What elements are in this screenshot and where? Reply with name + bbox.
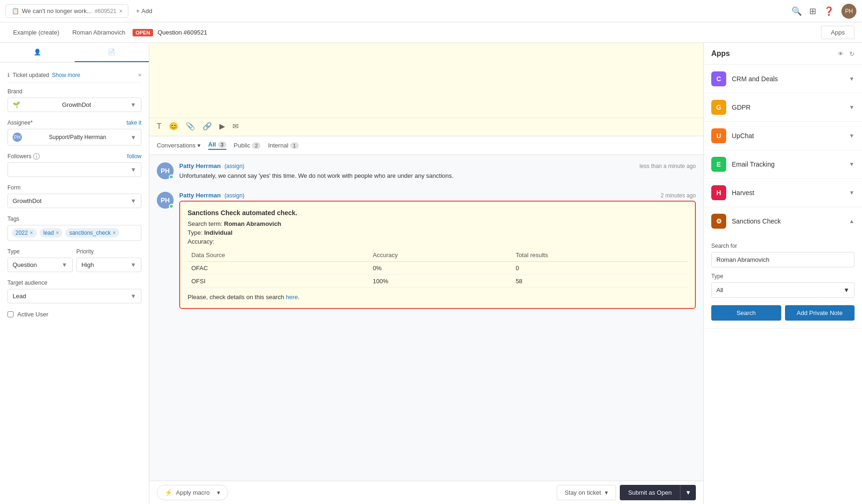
grid-icon[interactable]: ⊞ <box>809 6 816 16</box>
breadcrumb-bar: Example (create) Roman Abramovich OPEN Q… <box>0 22 862 43</box>
brand-icon: 🌱 <box>13 101 20 108</box>
tab-all[interactable]: All 3 <box>208 141 226 150</box>
apps-button[interactable]: Apps <box>821 26 855 39</box>
take-it-link[interactable]: take it <box>126 119 141 126</box>
tag-remove[interactable]: × <box>30 230 33 236</box>
conversations-chevron-icon: ▾ <box>197 142 201 149</box>
refresh-icon[interactable]: ↻ <box>849 50 855 57</box>
active-user-checkbox[interactable] <box>7 311 14 317</box>
tab-close[interactable]: × <box>119 8 122 14</box>
app-gdpr-header[interactable]: G GDPR ▼ <box>704 93 862 121</box>
app-email-tracking: E Email Tracking ▼ <box>704 150 862 179</box>
panel-header-icons: 👁 ↻ <box>838 50 855 57</box>
chevron-down-icon: ▼ <box>130 261 136 268</box>
online-indicator <box>169 204 174 209</box>
top-right-icons: 🔍 ⊞ ❓ PH <box>792 4 856 19</box>
message-body: Patty Herrman (assign) 2 minutes ago San… <box>179 192 696 309</box>
app-upchat: U UpChat ▼ <box>704 122 862 150</box>
assign-link[interactable]: (assign) <box>224 163 245 169</box>
app-upchat-header[interactable]: U UpChat ▼ <box>704 122 862 150</box>
search-for-label: Search for <box>711 243 855 249</box>
app-sanctions-check: ⚙ Sanctions Check ▲ Search for Type All … <box>704 207 862 329</box>
tag-remove[interactable]: × <box>112 230 116 236</box>
sanctions-search-button[interactable]: Search <box>711 305 781 321</box>
sidebar-tab-user[interactable]: 👤 <box>0 43 75 62</box>
follow-link[interactable]: follow <box>127 153 141 160</box>
followers-label: Followers i follow <box>7 153 141 160</box>
app-crm-deals-header[interactable]: C CRM and Deals ▼ <box>704 65 862 93</box>
here-link[interactable]: here <box>286 294 298 301</box>
conversations-dropdown[interactable]: Conversations ▾ <box>157 142 201 149</box>
sidebar-tab-ticket[interactable]: 📄 <box>75 43 149 62</box>
sanctions-panel-actions: Search Add Private Note <box>711 305 855 321</box>
target-audience-select[interactable]: Lead ▼ <box>7 289 141 303</box>
tags-label: Tags <box>7 216 141 222</box>
user-icon: 👤 <box>34 49 41 56</box>
type-value: Question <box>13 261 37 268</box>
attachment-icon[interactable]: 📎 <box>186 122 195 131</box>
sanctions-search-input[interactable] <box>711 252 855 267</box>
assignee-field: Assignee* take it PH Support/Patty Herrm… <box>7 119 141 146</box>
ticket-id: Question #609521 <box>158 29 207 36</box>
conversations-label: Conversations <box>157 142 196 149</box>
chevron-down-icon: ▼ <box>849 104 855 111</box>
app-email-tracking-header[interactable]: E Email Tracking ▼ <box>704 150 862 178</box>
eye-icon[interactable]: 👁 <box>838 50 844 57</box>
video-icon[interactable]: ▶ <box>219 122 225 131</box>
priority-label: Priority <box>77 248 142 255</box>
sanctions-type-select[interactable]: All ▼ <box>711 282 855 298</box>
chevron-down-icon: ▼ <box>130 166 136 173</box>
add-button[interactable]: + Add <box>132 6 156 16</box>
compose-toolbar: T 😊 📎 🔗 ▶ ✉ <box>149 118 703 134</box>
harvest-icon: H <box>711 185 726 200</box>
plus-icon: + <box>136 7 140 14</box>
link-icon[interactable]: 🔗 <box>203 122 212 131</box>
tab-public[interactable]: Public 2 <box>234 142 261 149</box>
notice-close[interactable]: × <box>138 72 141 78</box>
compose-text-area[interactable] <box>149 43 703 118</box>
active-tab[interactable]: 📋 We can't no longer work... #609521 × <box>6 4 128 18</box>
priority-value: High <box>82 261 94 268</box>
chevron-down-icon: ▼ <box>843 287 849 294</box>
internal-label: Internal <box>268 142 288 149</box>
tab-internal[interactable]: Internal 1 <box>268 142 299 149</box>
followers-select[interactable]: ▼ <box>7 162 141 177</box>
tag-remove[interactable]: × <box>56 230 59 236</box>
submit-open-button[interactable]: Submit as Open <box>620 485 680 500</box>
avatar[interactable]: PH <box>841 4 856 19</box>
assignee-select[interactable]: PH Support/Patty Herrman ▼ <box>7 129 141 146</box>
email-icon[interactable]: ✉ <box>232 122 238 131</box>
apply-macro-button[interactable]: ⚡ Apply macro ▾ <box>157 485 228 500</box>
message-item: PH Patty Herrman (assign) less than a mi… <box>157 162 696 181</box>
online-indicator <box>169 175 174 179</box>
assign-link[interactable]: (assign) <box>224 192 245 199</box>
add-private-note-button[interactable]: Add Private Note <box>785 305 855 321</box>
stay-ticket-button[interactable]: Stay on ticket ▾ <box>557 485 616 500</box>
app-sanctions-header[interactable]: ⚙ Sanctions Check ▲ <box>704 207 862 235</box>
format-text-icon[interactable]: T <box>157 122 161 131</box>
emoji-icon[interactable]: 😊 <box>169 122 178 131</box>
total-ofac: 0 <box>512 261 687 274</box>
sanctions-search-term: Search term: Roman Abramovich <box>188 220 687 227</box>
breadcrumb-roman[interactable]: Roman Abramovich <box>67 26 131 39</box>
breadcrumb-ticket[interactable]: OPEN Question #609521 <box>133 29 207 36</box>
show-more-link[interactable]: Show more <box>52 72 80 78</box>
stay-ticket-label: Stay on ticket <box>565 489 601 496</box>
submit-dropdown-button[interactable]: ▼ <box>680 485 696 500</box>
form-select[interactable]: GrowthDot ▼ <box>7 194 141 208</box>
priority-select[interactable]: High ▼ <box>77 258 142 272</box>
compose-area: T 😊 📎 🔗 ▶ ✉ <box>149 43 703 136</box>
sanctions-icon: ⚙ <box>711 214 726 229</box>
chevron-down-icon: ▼ <box>849 76 855 82</box>
search-icon[interactable]: 🔍 <box>792 6 802 16</box>
app-harvest-header[interactable]: H Harvest ▼ <box>704 179 862 207</box>
brand-select[interactable]: 🌱 GrowthDot ▼ <box>7 98 141 112</box>
tags-container[interactable]: 2022 × lead × sanctions_check × <box>7 225 141 241</box>
col-header-accuracy: Accuracy <box>369 249 512 262</box>
type-select[interactable]: Question ▼ <box>7 258 73 272</box>
ticket-updated-text: Ticket updated <box>13 72 49 78</box>
help-icon[interactable]: ❓ <box>824 6 834 16</box>
macro-chevron-icon: ▾ <box>217 489 220 496</box>
breadcrumb-example[interactable]: Example (create) <box>7 26 65 39</box>
source-ofac: OFAC <box>188 261 369 274</box>
